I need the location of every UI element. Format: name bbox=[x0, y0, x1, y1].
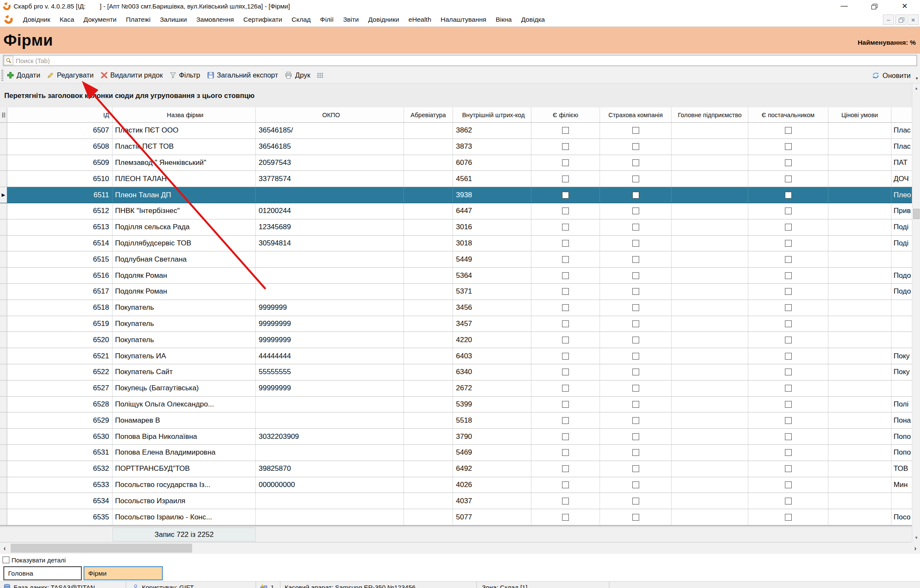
horizontal-scroll-thumb[interactable] bbox=[11, 544, 192, 553]
insurance-checkbox[interactable] bbox=[632, 304, 639, 311]
menu-item-2[interactable]: Каса bbox=[55, 16, 79, 23]
search-box[interactable] bbox=[3, 55, 917, 66]
insurance-checkbox[interactable] bbox=[632, 127, 639, 134]
is-branch-checkbox[interactable] bbox=[562, 240, 569, 247]
is-supplier-checkbox[interactable] bbox=[785, 208, 792, 214]
is-branch-checkbox[interactable] bbox=[562, 304, 569, 311]
refresh-button[interactable]: Оновити bbox=[872, 67, 911, 84]
column-header-is-supplier[interactable]: Є постачальником bbox=[748, 107, 828, 122]
print-button[interactable]: Друк bbox=[285, 71, 310, 79]
insurance-checkbox[interactable] bbox=[632, 192, 639, 199]
mdi-minimize-button[interactable]: – bbox=[883, 14, 894, 25]
table-row[interactable]: 6509 Племзавод " Яненківський" 20597543 … bbox=[0, 155, 912, 171]
table-row[interactable]: 6517 Подоляк Роман 5371 Подо bbox=[0, 284, 912, 300]
is-branch-checkbox[interactable] bbox=[562, 337, 569, 343]
insurance-checkbox[interactable] bbox=[632, 417, 639, 424]
close-button[interactable]: ✕ bbox=[895, 0, 914, 12]
menu-item-3[interactable]: Документи bbox=[79, 16, 121, 23]
minimize-button[interactable]: — bbox=[834, 0, 854, 12]
insurance-checkbox[interactable] bbox=[632, 498, 639, 504]
is-branch-checkbox[interactable] bbox=[562, 369, 569, 375]
insurance-checkbox[interactable] bbox=[632, 465, 639, 472]
table-row[interactable]: 6514 Поділлябудсервіс ТОВ 30594814 3018 … bbox=[0, 236, 912, 252]
table-row[interactable]: 6527 Покупець (Баггаутівська) 99999999 2… bbox=[0, 380, 912, 397]
is-branch-checkbox[interactable] bbox=[562, 127, 569, 134]
toolbar-grip-handle[interactable] bbox=[1, 70, 3, 81]
table-row[interactable]: 6513 Поділля сельска Рада 12345689 3016 … bbox=[0, 219, 912, 236]
table-row[interactable]: 6533 Посольство государства Із... 000000… bbox=[0, 477, 912, 493]
is-branch-checkbox[interactable] bbox=[562, 192, 569, 199]
menu-item-1[interactable]: Довідник bbox=[18, 16, 55, 23]
table-row[interactable]: ▶ 6511 Плеон Талан ДП 3938 Плео bbox=[0, 187, 912, 203]
is-supplier-checkbox[interactable] bbox=[785, 127, 792, 134]
is-supplier-checkbox[interactable] bbox=[785, 353, 792, 360]
is-supplier-checkbox[interactable] bbox=[785, 514, 792, 521]
insurance-checkbox[interactable] bbox=[632, 449, 639, 456]
menu-item-8[interactable]: Склад bbox=[287, 16, 315, 23]
column-header-okpo[interactable]: ОКПО bbox=[256, 107, 404, 122]
table-row[interactable]: 6522 Покупатель Сайт 55555555 6340 Поку bbox=[0, 364, 912, 380]
refresh-dropdown-caret[interactable]: ▾ bbox=[916, 76, 918, 81]
is-supplier-checkbox[interactable] bbox=[785, 481, 792, 488]
edit-button[interactable]: Редагувати bbox=[47, 71, 93, 79]
insurance-checkbox[interactable] bbox=[632, 224, 639, 231]
table-row[interactable]: 6529 Понамарев В 5518 Пона bbox=[0, 412, 912, 429]
column-header-main-company[interactable]: Головне підприємство bbox=[672, 107, 748, 122]
scroll-left-arrow[interactable]: ‹ bbox=[0, 542, 9, 554]
insurance-checkbox[interactable] bbox=[632, 159, 639, 166]
is-supplier-checkbox[interactable] bbox=[785, 240, 792, 247]
menu-item-5[interactable]: Залишки bbox=[155, 16, 192, 23]
menu-item-15[interactable]: Довідка bbox=[516, 16, 550, 23]
is-branch-checkbox[interactable] bbox=[562, 256, 569, 263]
table-row[interactable]: 6518 Покупатель 9999999 3456 bbox=[0, 300, 912, 316]
is-supplier-checkbox[interactable] bbox=[785, 337, 792, 343]
is-branch-checkbox[interactable] bbox=[562, 417, 569, 424]
is-supplier-checkbox[interactable] bbox=[785, 272, 792, 279]
is-supplier-checkbox[interactable] bbox=[785, 176, 792, 182]
scroll-up-arrow[interactable]: ▲ bbox=[912, 84, 920, 93]
menu-item-7[interactable]: Сертифікати bbox=[239, 16, 287, 23]
table-row[interactable]: 6507 Пластик ПЄТ ООО 36546185/ 3862 Плас bbox=[0, 123, 912, 139]
is-supplier-checkbox[interactable] bbox=[785, 224, 792, 231]
is-supplier-checkbox[interactable] bbox=[785, 401, 792, 408]
mdi-close-button[interactable]: × bbox=[908, 14, 919, 25]
table-row[interactable]: 6519 Покупатель 99999999 3457 bbox=[0, 316, 912, 332]
export-button[interactable]: Загальний експорт bbox=[207, 71, 278, 79]
search-input[interactable] bbox=[13, 57, 917, 64]
insurance-checkbox[interactable] bbox=[632, 143, 639, 150]
table-row[interactable]: 6508 Пластік ПЄТ ТОВ 36546185 3873 Плас bbox=[0, 139, 912, 155]
is-branch-checkbox[interactable] bbox=[562, 481, 569, 488]
horizontal-scrollbar[interactable]: ‹ › bbox=[0, 542, 920, 554]
column-header-id[interactable]: ІД△ bbox=[7, 107, 112, 122]
insurance-checkbox[interactable] bbox=[632, 176, 639, 182]
is-branch-checkbox[interactable] bbox=[562, 433, 569, 440]
is-branch-checkbox[interactable] bbox=[562, 176, 569, 182]
column-header-barcode[interactable]: Внутрішній штрих-код bbox=[453, 107, 531, 122]
is-supplier-checkbox[interactable] bbox=[785, 143, 792, 150]
is-branch-checkbox[interactable] bbox=[562, 385, 569, 392]
vertical-scroll-thumb[interactable] bbox=[913, 209, 920, 219]
is-supplier-checkbox[interactable] bbox=[785, 433, 792, 440]
insurance-checkbox[interactable] bbox=[632, 514, 639, 521]
insurance-checkbox[interactable] bbox=[632, 320, 639, 327]
table-row[interactable]: 6528 Поліщук Ольга Олександро... 5399 По… bbox=[0, 397, 912, 413]
table-row[interactable]: 6521 Покупатель ИА 44444444 6403 Поку bbox=[0, 348, 912, 364]
show-details-checkbox[interactable] bbox=[3, 556, 9, 563]
is-branch-checkbox[interactable] bbox=[562, 288, 569, 295]
column-header-name[interactable]: Назва фірми bbox=[112, 107, 256, 122]
is-branch-checkbox[interactable] bbox=[562, 465, 569, 472]
mdi-restore-button[interactable] bbox=[895, 14, 906, 25]
table-row[interactable]: 6530 Попова Віра Николаївна 3032203909 3… bbox=[0, 429, 912, 445]
is-supplier-checkbox[interactable] bbox=[785, 256, 792, 263]
delete-row-button[interactable]: Видалити рядок bbox=[101, 71, 163, 79]
table-row[interactable]: 6534 Посольство Израиля 4037 bbox=[0, 493, 912, 509]
table-row[interactable]: 6535 Посольство Ізраилю - Конс... 5077 П… bbox=[0, 509, 912, 525]
column-header-insurance[interactable]: Страхова компанія bbox=[600, 107, 672, 122]
tab-firms[interactable]: Фірми bbox=[84, 566, 163, 580]
insurance-checkbox[interactable] bbox=[632, 481, 639, 488]
is-branch-checkbox[interactable] bbox=[562, 272, 569, 279]
menu-item-6[interactable]: Замовлення bbox=[192, 16, 239, 23]
table-row[interactable]: 6532 ПОРТТРАНСБУД"ТОВ 39825870 6492 ТОВ bbox=[0, 461, 912, 477]
group-by-zone[interactable]: Перетягніть заголовок колонки сюди для у… bbox=[0, 84, 920, 107]
add-button[interactable]: Додати bbox=[7, 71, 40, 79]
